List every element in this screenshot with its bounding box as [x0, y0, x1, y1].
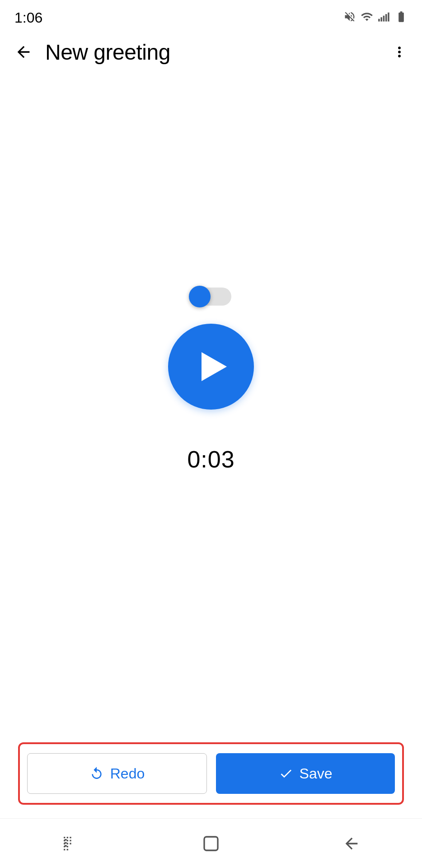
- toggle-area: [191, 288, 231, 306]
- svg-rect-4: [388, 13, 389, 22]
- timer-display: 0:03: [187, 446, 234, 473]
- status-time: 1:06: [14, 9, 42, 26]
- save-label: Save: [300, 765, 333, 782]
- toggle-track[interactable]: [191, 288, 231, 306]
- nav-bar: [0, 818, 422, 868]
- more-options-button[interactable]: [388, 40, 411, 64]
- redo-label: Redo: [110, 765, 145, 782]
- home-nav-button[interactable]: [195, 827, 227, 860]
- signal-icon: [378, 10, 390, 25]
- save-button[interactable]: Save: [216, 753, 395, 794]
- status-bar: 1:06: [0, 0, 422, 32]
- play-button[interactable]: [168, 324, 254, 410]
- wifi-icon: [361, 10, 373, 25]
- app-bar-left: New greeting: [11, 39, 170, 65]
- redo-button[interactable]: Redo: [27, 753, 207, 794]
- play-icon: [202, 352, 227, 381]
- recents-nav-button[interactable]: [54, 827, 87, 860]
- svg-rect-2: [383, 16, 385, 22]
- svg-rect-5: [204, 837, 218, 850]
- svg-rect-3: [385, 14, 387, 21]
- bottom-action-area: Redo Save: [0, 733, 422, 818]
- app-bar: New greeting: [0, 32, 422, 72]
- toggle-thumb: [189, 286, 211, 307]
- status-icons: [343, 10, 408, 25]
- action-buttons-container: Redo Save: [18, 742, 404, 805]
- main-content: 0:03: [0, 72, 422, 733]
- mute-icon: [343, 10, 356, 25]
- page-title: New greeting: [45, 40, 170, 65]
- back-nav-button[interactable]: [335, 827, 368, 860]
- svg-rect-0: [378, 19, 380, 22]
- battery-icon: [395, 10, 408, 25]
- back-button[interactable]: [11, 39, 36, 65]
- svg-rect-1: [380, 17, 382, 21]
